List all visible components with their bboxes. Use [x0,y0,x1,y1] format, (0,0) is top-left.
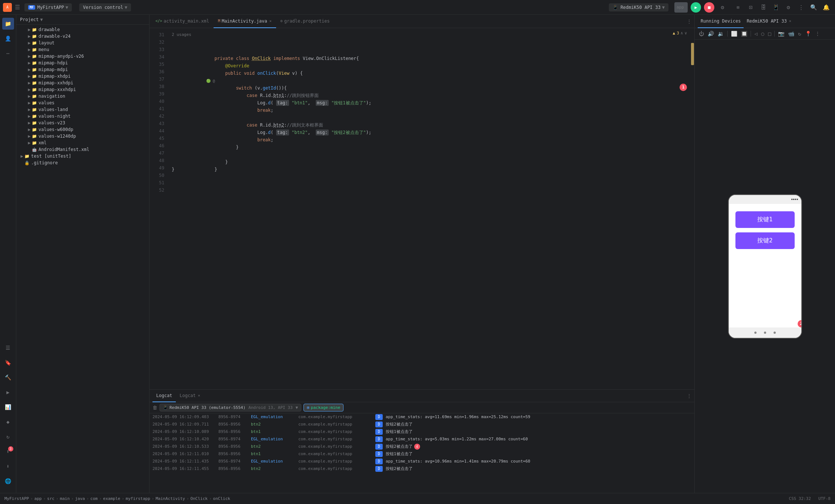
tree-item-androidmanifest[interactable]: 🤖 AndroidManifest.xml [16,146,149,153]
logcat-filter-box[interactable]: ⊞ package:mine [304,404,343,411]
project-selector[interactable]: MF MyFirstAPP ▼ [24,3,72,11]
logcat-device-selector[interactable]: 📱 RedmiK50 API 33 (emulator-5554) Androi… [160,404,301,411]
bottom-panel-more[interactable]: ⋮ [687,393,691,399]
recents-button[interactable]: □ [767,30,772,38]
btab-logcat[interactable]: Logcat [152,390,176,402]
tree-item-navigation[interactable]: ▶ 📁 navigation [16,93,149,100]
power-button[interactable]: ⏻ [698,30,705,38]
btab-close-icon[interactable]: ✕ [198,393,200,397]
tree-item-gitignore[interactable]: 🔒 .gitignore [16,159,149,166]
device-tab-close-icon[interactable]: ✕ [789,19,791,23]
db-icon[interactable]: 🗄 [758,2,768,13]
tree-item-mipmap-hdpi[interactable]: ▶ 📁 mipmap-hdpi [16,60,149,66]
tab-gradle-properties[interactable]: ⚙ gradle.properties [276,15,334,28]
vol-down-button[interactable]: 🔉 [717,30,725,38]
warning-up-arrow[interactable]: ∧ [681,30,683,37]
warning-down-arrow[interactable]: ∨ [684,30,687,37]
tree-item-values[interactable]: ▶ 📁 values [16,100,149,106]
sidebar-item-structure[interactable]: ☰ [2,342,14,354]
tree-item-values-w600dp[interactable]: ▶ 📁 values-w600dp [16,126,149,133]
tab-activity-main[interactable]: </> activity_main.xml [151,15,214,28]
build-run-button[interactable]: ▶ [691,2,701,13]
breadcrumb-onclick-method[interactable]: onClick [213,496,230,501]
logcat-content[interactable]: 2024-05-09 16:12:09.403 8956-8974 EGL_em… [150,413,694,493]
notification-icon[interactable]: 🔔 [821,2,831,13]
log-level: D [375,466,383,472]
sidebar-item-build[interactable]: 🔨 [2,372,14,383]
profiler-icon[interactable]: ⊞ [733,2,743,13]
sidebar-item-project[interactable]: 📁 [2,18,14,30]
sidebar-item-bookmarks[interactable]: 🔖 [2,357,14,369]
breadcrumb-example[interactable]: example [103,496,120,501]
tree-item-mipmap-anydpi[interactable]: ▶ 📁 mipmap-anydpi-v26 [16,53,149,60]
screencast-button[interactable]: 📹 [787,30,795,38]
tree-item-xml[interactable]: ▶ 📁 xml [16,140,149,146]
home-button[interactable]: ○ [760,30,765,38]
breadcrumb-myfirstapp[interactable]: MyFirstAPP [4,496,29,501]
sidebar-item-git[interactable]: ◆ [2,416,14,428]
breadcrumb-onclick-class[interactable]: OnClick [191,496,208,501]
tree-item-mipmap-xhdpi[interactable]: ▶ 📁 mipmap-xhdpi [16,73,149,80]
breadcrumb-com[interactable]: com [90,496,98,501]
more-device-button[interactable]: ⋮ [814,30,821,38]
phone-button-1[interactable]: 按键1 [735,211,795,228]
editor-scrollbar[interactable] [691,28,694,389]
tree-item-layout[interactable]: ▶ 📁 layout [16,40,149,46]
tree-item-values-w1240dp[interactable]: ▶ 📁 values-w1240dp [16,133,149,140]
tab-mainactivity[interactable]: M MainActivity.java ✕ [214,15,276,28]
settings-button[interactable]: ⚙ [717,2,728,13]
breadcrumb-app[interactable]: app [34,496,42,501]
location-button[interactable]: 📍 [804,30,812,38]
refresh-button[interactable]: ↻ [797,30,802,38]
more-options-icon[interactable]: ⋮ [796,2,806,13]
search-icon[interactable]: 🔍 [808,2,819,13]
tree-item-mipmap-mdpi[interactable]: ▶ 📁 mipmap-mdpi [16,66,149,73]
rotate-landscape-button[interactable]: ⬜ [730,30,738,38]
sidebar-item-more[interactable]: ⋯ [2,47,14,59]
version-control-selector[interactable]: Version control ▼ [79,3,131,11]
rotate-portrait-button[interactable]: 🔲 [740,30,748,38]
sidebar-item-down[interactable]: ⬇ [2,460,14,472]
sidebar-item-profile[interactable]: 👤 [2,33,14,44]
screenshot-button[interactable]: 📷 [777,30,785,38]
sidebar-item-earth[interactable]: 🌐 [2,475,14,487]
sidebar-item-sync[interactable]: ↻ [2,431,14,443]
back-button[interactable]: ◁ [753,30,758,38]
tab-close-icon[interactable]: ✕ [269,19,272,23]
breadcrumb-src[interactable]: src [47,496,54,501]
manifest-icon: 🤖 [32,147,37,152]
stop-button[interactable]: ■ [704,2,714,13]
tree-item-test[interactable]: ▶ 📁 test [unitTest] [16,153,149,159]
rpanel-tab-device[interactable]: RedmiK50 API 33 ✕ [744,15,794,28]
tree-item-drawable-v24[interactable]: ▶ 📁 drawable-v24 [16,33,149,40]
phone-button-2[interactable]: 按键2 [735,232,795,249]
tabs-more-button[interactable]: ⋮ [685,17,693,26]
code-content[interactable]: ▲ 3 ∧ ∨ 2 usages private class OnClick i… [167,28,694,389]
vol-up-button[interactable]: 🔊 [707,30,715,38]
device-selector[interactable]: 📱 RedmiK50 API 33 ▼ [609,3,668,11]
breadcrumb-myfirstapp2[interactable]: myfirstapp [126,496,150,501]
project-panel-chevron[interactable]: ▼ [40,17,43,22]
sidebar-item-terminal[interactable]: ⬆ 3 [2,446,14,457]
sidebar-item-run[interactable]: ▶ [2,386,14,398]
sdk-manager-icon[interactable]: ⚙ [783,2,794,13]
device-manager-icon[interactable]: 📱 [771,2,781,13]
breadcrumb-java[interactable]: java [75,496,85,501]
tree-item-drawable[interactable]: ▶ 📁 drawable [16,26,149,33]
sidebar-item-analyze[interactable]: 📊 [2,401,14,413]
layout-inspector-icon[interactable]: ⊡ [745,2,756,13]
breadcrumb-main[interactable]: main [60,496,70,501]
hamburger-menu[interactable]: ☰ [15,4,20,11]
log-row: 2024-05-09 16:12:09.403 8956-8974 EGL_em… [150,413,694,421]
tree-item-values-night[interactable]: ▶ 📁 values-night [16,113,149,120]
btab-logcat2[interactable]: Logcat ✕ [176,390,204,402]
logcat-clear-icon[interactable]: 🗑 [152,405,157,410]
breadcrumb-mainactivity[interactable]: MainActivity [155,496,185,501]
tree-item-mipmap-xxhdpi[interactable]: ▶ 📁 mipmap-xxhdpi [16,80,149,86]
tree-item-values-v23[interactable]: ▶ 📁 values-v23 [16,120,149,126]
tree-item-menu[interactable]: ▶ 📁 menu [16,46,149,53]
rpanel-tab-running-devices[interactable]: Running Devices [698,15,744,28]
tree-item-values-land[interactable]: ▶ 📁 values-land [16,106,149,113]
tree-item-mipmap-xxxhdpi[interactable]: ▶ 📁 mipmap-xxxhdpi [16,86,149,93]
run-button[interactable]: app [674,2,688,13]
